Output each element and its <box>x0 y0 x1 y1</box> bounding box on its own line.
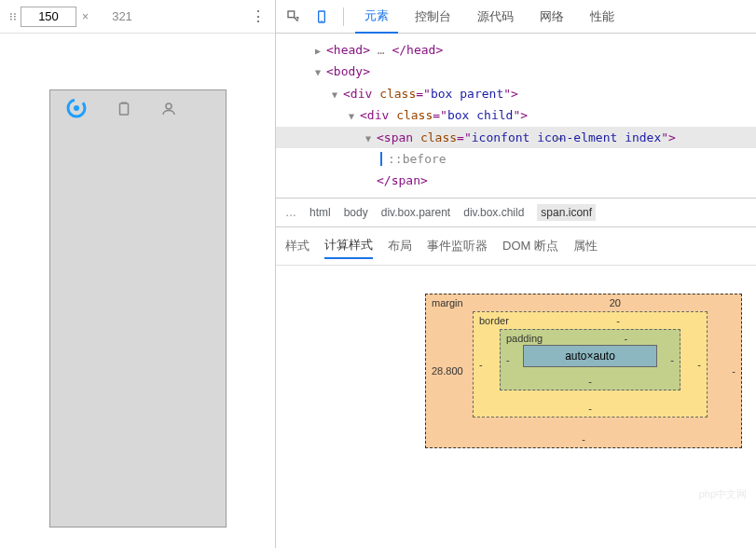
margin-label: margin <box>432 297 463 308</box>
breadcrumb-dots[interactable]: … <box>285 206 296 219</box>
margin-left-val: 28.800 <box>432 365 463 377</box>
stab-listeners[interactable]: 事件监听器 <box>427 234 488 258</box>
padding-label: padding <box>506 333 543 344</box>
crumb-div-child[interactable]: div.box.child <box>463 206 524 219</box>
border-top-val: - <box>616 315 620 326</box>
inspect-icon[interactable] <box>283 7 304 27</box>
more-options-icon[interactable]: ⋮ <box>251 7 266 25</box>
tree-div-parent[interactable]: ▼<div class="box parent"> <box>276 83 756 104</box>
selected-dots-icon: ⋯ <box>556 127 563 150</box>
svg-rect-4 <box>288 11 295 18</box>
padding-right-val: - <box>670 354 674 365</box>
svg-rect-2 <box>119 103 128 115</box>
device-toggle-icon[interactable] <box>311 7 332 27</box>
margin-bottom-val: - <box>582 433 585 445</box>
border-right-val: - <box>697 359 701 370</box>
padding-left-val: - <box>506 354 510 365</box>
height-input[interactable] <box>94 7 150 27</box>
tree-body[interactable]: ▼<body> <box>276 61 756 82</box>
stab-styles[interactable]: 样式 <box>285 234 309 258</box>
border-left-val: - <box>479 359 483 370</box>
svg-point-1 <box>74 105 79 111</box>
dimension-toolbar: ⁝⁝ × ⋮ <box>0 0 275 34</box>
box-model-margin[interactable]: margin 20 - 28.800 - border - - - - padd… <box>425 294 742 448</box>
tree-span-close[interactable]: </span> <box>276 170 756 191</box>
stab-dom-bp[interactable]: DOM 断点 <box>502 234 558 258</box>
crumb-div-parent[interactable]: div.box.parent <box>381 206 451 219</box>
dimension-separator: × <box>82 10 89 23</box>
crumb-span[interactable]: span.iconf <box>537 204 596 221</box>
person-icon[interactable] <box>160 101 177 122</box>
tab-divider <box>343 7 344 26</box>
tab-network[interactable]: 网络 <box>530 1 573 33</box>
stab-props[interactable]: 属性 <box>573 234 598 258</box>
tree-span-selected[interactable]: ⋯ ▼<span class="iconfont icon-elment ind… <box>276 127 756 148</box>
box-model-content[interactable]: auto×auto <box>523 345 657 367</box>
elements-tree[interactable]: ▶<head> … </head> ▼<body> ▼<div class="b… <box>276 34 756 198</box>
padding-top-val: - <box>625 333 628 344</box>
styles-tabs: 样式 计算样式 布局 事件监听器 DOM 断点 属性 <box>276 227 756 266</box>
crumb-body[interactable]: body <box>344 206 368 219</box>
border-bottom-val: - <box>588 403 592 414</box>
box-model: margin 20 - 28.800 - border - - - - padd… <box>276 266 756 448</box>
crumb-html[interactable]: html <box>309 206 331 219</box>
tree-head[interactable]: ▶<head> … </head> <box>276 39 756 61</box>
devtools-panel: 元素 控制台 源代码 网络 性能 ▶<head> … </head> ▼<bod… <box>276 0 756 548</box>
stab-layout[interactable]: 布局 <box>388 234 412 258</box>
devtools-tabs: 元素 控制台 源代码 网络 性能 <box>276 0 756 34</box>
stab-computed[interactable]: 计算样式 <box>324 233 373 259</box>
box-model-padding[interactable]: padding - - - - auto×auto <box>500 329 680 390</box>
width-input[interactable] <box>21 7 76 27</box>
margin-top-val: 20 <box>610 297 621 308</box>
app-logo-icon <box>65 97 88 125</box>
breadcrumb: … html body div.box.parent div.box.child… <box>276 198 756 227</box>
clipboard-icon[interactable] <box>116 101 132 122</box>
margin-right-val: - <box>732 365 735 377</box>
box-model-border[interactable]: border - - - - padding - - - - auto×auto <box>473 311 708 418</box>
border-label: border <box>479 315 509 326</box>
phone-frame <box>49 89 227 527</box>
tab-elements[interactable]: 元素 <box>355 0 398 34</box>
svg-point-3 <box>166 103 172 109</box>
tree-before[interactable]: ::before <box>276 148 756 170</box>
tab-performance[interactable]: 性能 <box>581 1 624 33</box>
dropdown-icon[interactable]: ⁝⁝ <box>9 10 17 23</box>
preview-area <box>0 34 275 548</box>
tab-sources[interactable]: 源代码 <box>468 1 523 33</box>
mobile-preview-panel: ⁝⁝ × ⋮ <box>0 0 276 548</box>
phone-header <box>50 90 226 131</box>
tab-console[interactable]: 控制台 <box>405 1 460 33</box>
watermark: php中文网 <box>699 487 747 501</box>
padding-bottom-val: - <box>588 376 592 387</box>
tree-div-child[interactable]: ▼<div class="box child"> <box>276 104 756 126</box>
